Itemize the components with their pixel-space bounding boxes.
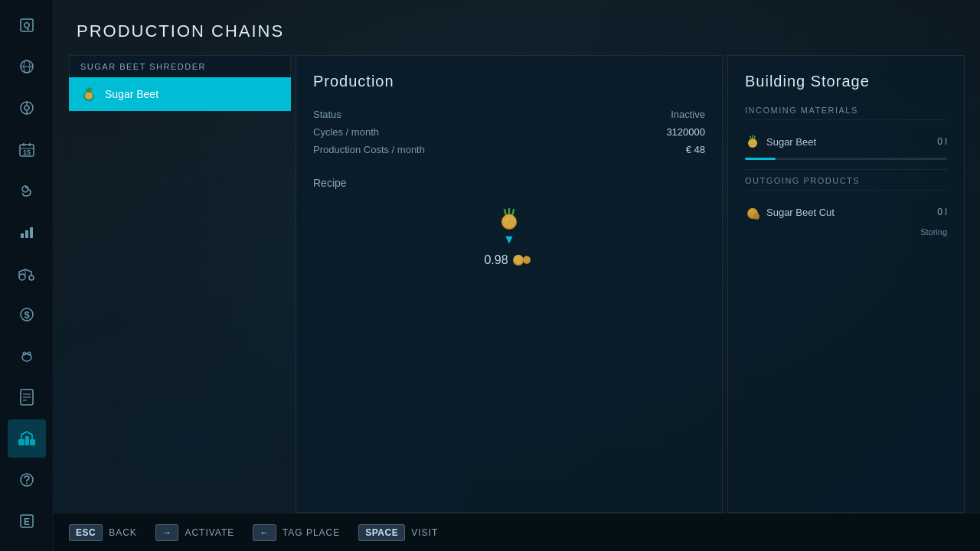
svg-text:E: E [23,517,29,527]
incoming-progress-fill [745,158,776,160]
chain-item-sugar-beet[interactable]: Sugar Beet [69,77,291,111]
recipe-section: Recipe ▼ [313,177,705,275]
outgoing-item-amount: 0 l [937,207,947,217]
recipe-output: 0.98 [484,253,534,267]
status-row: Status Inactive [313,106,705,123]
sidebar: Q 15 [0,0,54,551]
sidebar-item-finance[interactable]: $ [8,295,46,334]
storing-label: Storing [745,227,947,236]
svg-rect-30 [18,439,24,445]
costs-label: Production Costs / month [313,144,425,155]
svg-text:Q: Q [23,21,30,30]
svg-text:$: $ [24,309,30,321]
chain-item-label: Sugar Beet [105,88,158,100]
svg-rect-15 [21,233,24,238]
visit-key-label: VISIT [411,527,438,538]
sidebar-item-tractor[interactable] [8,254,46,292]
incoming-progress-bar [745,158,947,160]
recipe-input-icon [498,209,520,230]
svg-point-49 [514,255,523,264]
output-icons [513,253,534,267]
status-value: Inactive [671,109,705,120]
incoming-item-amount: 0 l [937,136,947,147]
svg-rect-16 [25,230,28,238]
sugar-beet-chain-icon [80,86,97,103]
status-label: Status [313,109,341,120]
sidebar-item-stats[interactable] [8,213,46,251]
tagplace-key-badge: ← [253,524,276,541]
outgoing-material-icon [745,204,760,220]
storage-panel: Building Storage INCOMING MATERIALS Suga… [727,55,965,513]
svg-rect-31 [25,436,29,445]
svg-line-54 [750,136,751,139]
svg-point-59 [750,210,753,213]
incoming-header: INCOMING MATERIALS [745,106,947,120]
sidebar-item-quest[interactable]: Q [8,6,46,44]
hotkey-visit: SPACE VISIT [358,524,438,541]
chains-panel: SUGAR BEET SHREDDER Sugar Beet [69,55,291,513]
svg-point-46 [502,214,516,228]
svg-point-6 [24,106,29,110]
svg-line-56 [754,136,755,139]
esc-key-label: BACK [109,527,137,538]
incoming-item-sugar-beet: Sugar Beet 0 l [745,128,947,155]
recipe-title: Recipe [313,177,705,189]
outgoing-material-name: Sugar Beet Cut [745,204,835,220]
svg-point-53 [748,139,757,148]
svg-text:15: 15 [22,148,30,156]
incoming-material-icon [745,134,760,149]
costs-row: Production Costs / month € 48 [313,141,705,158]
sidebar-item-help[interactable] [8,461,46,499]
svg-point-50 [515,257,518,260]
sidebar-item-globe[interactable] [8,47,46,86]
sidebar-item-weather[interactable] [8,171,46,210]
svg-line-44 [512,210,514,216]
sidebar-item-contracts[interactable] [8,378,46,416]
svg-point-18 [19,274,25,280]
recipe-visual: ▼ 0.98 [313,201,705,275]
costs-value: € 48 [686,144,705,155]
production-panel: Production Status Inactive Cycles / mont… [296,55,723,513]
outgoing-item-sugar-beet-cut: Sugar Beet Cut 0 l [745,198,947,226]
main-content: PRODUCTION CHAINS SUGAR BEET SHREDDER Su… [54,0,980,513]
section-divider [745,169,947,170]
incoming-material-name: Sugar Beet [745,134,816,149]
sidebar-item-animals[interactable] [8,337,46,375]
cycles-row: Cycles / month 3120000 [313,123,705,141]
chain-section-header: SUGAR BEET SHREDDER [69,55,291,77]
incoming-item-label: Sugar Beet [766,136,816,148]
svg-point-34 [26,483,28,484]
outgoing-header: OUTGOING PRODUCTS [745,176,947,191]
storage-title: Building Storage [745,73,947,90]
activate-key-label: ACTIVATE [185,527,234,538]
cycles-label: Cycles / month [313,126,379,138]
sidebar-item-production[interactable] [8,419,46,458]
page-title: PRODUCTION CHAINS [54,0,980,55]
bottom-bar: ESC BACK → ACTIVATE ← TAG PLACE SPACE VI… [54,513,980,551]
cycles-value: 3120000 [666,126,705,138]
tagplace-key-label: TAG PLACE [283,527,340,538]
recipe-output-value: 0.98 [484,253,508,267]
svg-point-52 [523,256,530,263]
svg-point-61 [754,214,760,219]
sidebar-item-calendar[interactable]: 15 [8,130,46,168]
outgoing-item-label: Sugar Beet Cut [766,207,835,218]
svg-rect-17 [30,227,33,238]
production-title: Production [313,73,705,90]
svg-point-38 [85,92,93,99]
svg-point-19 [29,276,34,280]
recipe-arrow: ▼ [503,233,515,246]
visit-key-badge: SPACE [358,524,405,541]
sidebar-item-controls[interactable] [8,89,46,127]
svg-line-41 [90,89,91,92]
svg-line-39 [87,89,87,92]
svg-rect-32 [30,439,35,445]
hotkey-activate: → ACTIVATE [155,524,234,541]
svg-line-42 [505,210,506,216]
hotkey-tagplace: ← TAG PLACE [253,524,340,541]
activate-key-badge: → [155,524,179,541]
esc-key-badge: ESC [69,524,103,541]
sidebar-item-edit[interactable]: E [8,502,46,540]
panels-row: SUGAR BEET SHREDDER Sugar Beet Productio… [54,55,980,513]
svg-point-47 [505,218,509,221]
